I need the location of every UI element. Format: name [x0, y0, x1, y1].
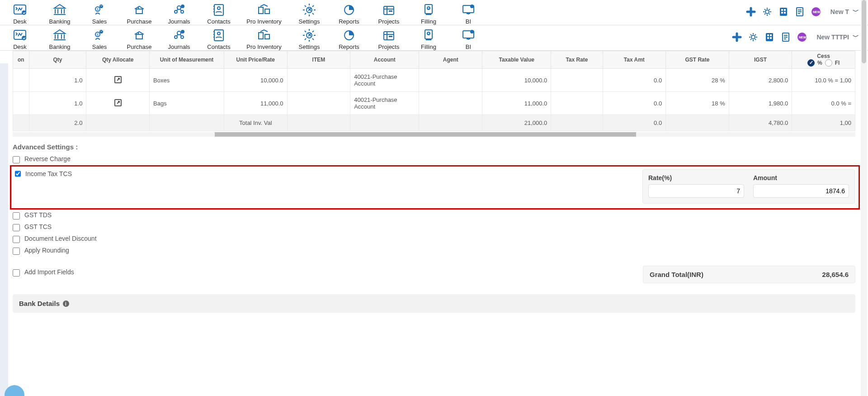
apply-rounding-row: Apply Rounding: [13, 245, 855, 257]
journals-icon: [172, 28, 186, 43]
nav-filling[interactable]: Filling: [415, 3, 442, 25]
total-igst: 4,780.0: [729, 115, 792, 131]
col-qty-alloc: Qty Allocate: [86, 51, 150, 69]
nav-journals[interactable]: Journals: [165, 28, 193, 50]
nav-bi[interactable]: BI: [455, 3, 482, 25]
cess-pct-radio[interactable]: [807, 59, 815, 67]
nav-banking[interactable]: Banking: [46, 28, 73, 50]
cell-qty: 1.0: [29, 92, 86, 115]
add-icon[interactable]: [745, 6, 756, 17]
add-import-row: Add Import Fields: [13, 266, 74, 278]
nav-projects[interactable]: Projects: [375, 28, 402, 50]
bank-details-section[interactable]: Bank Details: [13, 294, 855, 313]
cell-taxable: 11,000.0: [482, 92, 551, 115]
top-nav-row-1: Desk Banking Sales Purchase Journals Con…: [0, 0, 868, 25]
reverse-charge-row: Reverse Charge: [13, 153, 855, 165]
bank-details-label: Bank Details: [19, 300, 60, 307]
nav-settings[interactable]: Settings: [296, 3, 323, 25]
nav-contacts[interactable]: Contacts: [205, 28, 232, 50]
nav-purchase[interactable]: Purchase: [126, 3, 153, 25]
col-cess: Cess % Fl: [792, 51, 855, 69]
apply-rounding-checkbox[interactable]: [13, 248, 20, 255]
nav-label: Sales: [92, 18, 107, 25]
vertical-scrollbar-thumb[interactable]: [862, 0, 866, 63]
nav-contacts[interactable]: Contacts: [205, 3, 232, 25]
nav-label: Banking: [49, 18, 71, 25]
col-tax-rate: Tax Rate: [551, 51, 603, 69]
nav-filling[interactable]: Filling: [415, 28, 442, 50]
horizontal-scrollbar[interactable]: [13, 132, 855, 137]
add-import-checkbox[interactable]: [13, 269, 20, 277]
cell-account: 40021-Purchase Account: [350, 69, 419, 92]
nav-reports[interactable]: Reports: [335, 28, 363, 50]
desk-icon: [13, 28, 27, 43]
table-row[interactable]: 1.0 Boxes 10,000.0 40021-Purchase Accoun…: [13, 69, 855, 92]
grand-total-label: Grand Total(INR): [650, 271, 703, 278]
cell-gst-rate: 28 %: [666, 69, 729, 92]
table-row[interactable]: 1.0 Bags 11,000.0 40021-Purchase Account…: [13, 92, 855, 115]
document-icon[interactable]: [794, 6, 805, 17]
nav-inventory[interactable]: Pro Inventory: [245, 28, 283, 50]
journals-icon: [172, 3, 186, 17]
income-tax-tcs-checkbox[interactable]: [15, 170, 21, 177]
nav-settings[interactable]: Settings: [296, 28, 323, 50]
nav-label: BI: [466, 18, 471, 25]
horizontal-scrollbar-thumb[interactable]: [215, 132, 636, 137]
add-icon[interactable]: [731, 32, 742, 43]
doc-discount-row: Document Level Discount: [13, 233, 855, 245]
reverse-charge-checkbox[interactable]: [13, 156, 20, 163]
nav-projects[interactable]: Projects: [375, 3, 402, 25]
gear-icon[interactable]: [748, 32, 759, 43]
nav-purchase[interactable]: Purchase: [126, 28, 153, 50]
nav-banking[interactable]: Banking: [46, 3, 73, 25]
col-gst-rate: GST Rate: [666, 51, 729, 69]
cell-cess: 0.0 % =: [792, 92, 855, 115]
left-edge: [0, 63, 8, 313]
nav-label: Settings: [299, 43, 320, 50]
qty-allocate-open[interactable]: [86, 69, 150, 92]
gst-tds-checkbox[interactable]: [13, 212, 20, 219]
nav-inventory[interactable]: Pro Inventory: [245, 3, 283, 25]
bi-icon: [461, 28, 476, 43]
new-badge-icon[interactable]: [811, 6, 821, 17]
cess-options: % Fl: [794, 59, 853, 67]
nav-sales[interactable]: Sales: [86, 28, 113, 50]
new-dropdown[interactable]: New T ﹀: [827, 8, 863, 16]
apply-rounding-label: Apply Rounding: [24, 247, 69, 254]
nav-journals[interactable]: Journals: [165, 3, 193, 25]
gear-icon[interactable]: [762, 6, 773, 17]
nav-label: Contacts: [207, 18, 230, 25]
gst-tds-row: GST TDS: [13, 210, 855, 221]
settings-icon: [302, 3, 316, 17]
grand-total-value: 28,654.6: [822, 271, 849, 278]
contacts-icon: [212, 28, 226, 43]
nav-label: Reports: [339, 18, 359, 25]
vertical-scrollbar[interactable]: [861, 0, 867, 313]
nav-desk[interactable]: Desk: [6, 28, 33, 50]
gst-tds-label: GST TDS: [24, 211, 52, 219]
nav-bi[interactable]: BI: [455, 28, 482, 50]
nav-sales[interactable]: Sales: [86, 3, 113, 25]
desk-icon: [13, 3, 27, 17]
nav-desk[interactable]: Desk: [6, 3, 33, 25]
col-account: Account: [350, 51, 419, 69]
doc-discount-checkbox[interactable]: [13, 236, 20, 243]
nav-reports[interactable]: Reports: [335, 3, 363, 25]
col-item: ITEM: [287, 51, 350, 69]
cell-unit-price: 10,000.0: [224, 69, 288, 92]
tcs-rate-input[interactable]: [648, 184, 744, 198]
new-badge-icon[interactable]: [797, 32, 807, 43]
projects-icon: [382, 3, 396, 17]
new-dropdown[interactable]: New TTTPI ﹀: [813, 33, 863, 41]
cess-flat-radio[interactable]: [825, 59, 832, 67]
tcs-amount-input[interactable]: [753, 184, 849, 198]
gst-tcs-label: GST TCS: [24, 223, 52, 230]
gst-tcs-checkbox[interactable]: [13, 224, 20, 231]
calculator-icon[interactable]: [778, 6, 789, 17]
calculator-icon[interactable]: [764, 32, 775, 43]
settings-icon: [302, 28, 316, 43]
cell-gst-rate: 18 %: [666, 92, 729, 115]
cess-pct-label: %: [817, 60, 822, 66]
document-icon[interactable]: [780, 32, 791, 43]
qty-allocate-open[interactable]: [86, 92, 150, 115]
